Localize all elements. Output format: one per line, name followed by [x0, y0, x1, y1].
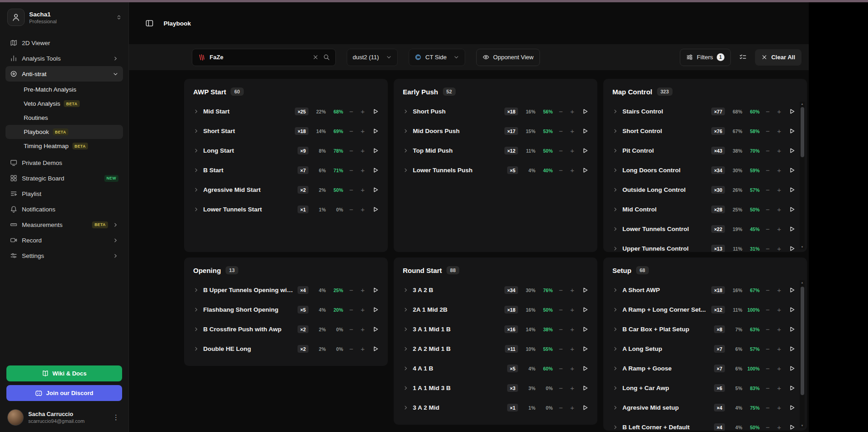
increment-button[interactable]: +	[569, 384, 575, 392]
strategy-row[interactable]: 4 A 1 B×54%60%−+	[403, 359, 588, 378]
expand-chevron-icon[interactable]	[612, 148, 619, 154]
clear-search-icon[interactable]	[313, 54, 318, 60]
play-strategy-button[interactable]	[788, 186, 795, 193]
play-strategy-button[interactable]	[581, 326, 588, 333]
increment-button[interactable]: +	[569, 404, 575, 411]
play-strategy-button[interactable]	[372, 108, 379, 115]
play-strategy-button[interactable]	[581, 345, 588, 352]
strategy-row[interactable]: Outside Long Control×3026%57%−+	[612, 180, 795, 200]
sidebar-item-record[interactable]: Record	[5, 232, 123, 248]
sidebar-item-2d-viewer[interactable]: 2D Viewer	[5, 35, 123, 51]
increment-button[interactable]: +	[360, 345, 366, 353]
decrement-button[interactable]: −	[765, 108, 771, 115]
strategy-row[interactable]: 3 A 1 Mid 1 B×1614%38%−+	[403, 319, 588, 339]
increment-button[interactable]: +	[360, 147, 366, 154]
decrement-button[interactable]: −	[765, 365, 771, 372]
sidebar-item-anti-strat[interactable]: Anti-strat	[5, 66, 123, 82]
strategy-row[interactable]: A Ramp + Goose×76%100%−+	[612, 359, 795, 378]
expand-chevron-icon[interactable]	[612, 365, 619, 371]
sidebar-subitem-routines[interactable]: Routines	[5, 111, 123, 125]
decrement-button[interactable]: −	[765, 404, 771, 411]
decrement-button[interactable]: −	[765, 423, 771, 431]
increment-button[interactable]: +	[776, 365, 782, 372]
decrement-button[interactable]: −	[558, 306, 564, 314]
card-scrollbar[interactable]: ▲▼	[800, 102, 805, 249]
decrement-button[interactable]: −	[558, 147, 564, 154]
decrement-button[interactable]: −	[558, 345, 564, 353]
expand-chevron-icon[interactable]	[403, 287, 409, 293]
scroll-down-arrow-icon[interactable]: ▼	[800, 245, 805, 249]
expand-chevron-icon[interactable]	[193, 187, 200, 193]
expand-chevron-icon[interactable]	[612, 206, 619, 212]
expand-chevron-icon[interactable]	[403, 108, 409, 114]
strategy-row[interactable]: Short Control×7667%58%−+	[612, 121, 795, 141]
decrement-button[interactable]: −	[765, 345, 771, 353]
sidebar-subitem-pre-match-analysis[interactable]: Pre-Match Analysis	[5, 82, 123, 97]
decrement-button[interactable]: −	[558, 365, 564, 372]
play-strategy-button[interactable]	[788, 108, 795, 115]
play-strategy-button[interactable]	[788, 326, 795, 333]
decrement-button[interactable]: −	[348, 206, 354, 213]
strategy-row[interactable]: Stairs Control×7768%60%−+	[612, 102, 795, 121]
play-strategy-button[interactable]	[788, 385, 795, 391]
strategy-row[interactable]: Double HE Long×22%0%−+	[193, 339, 379, 359]
increment-button[interactable]: +	[776, 206, 782, 213]
strategy-row[interactable]: Long Start×98%78%−+	[193, 141, 379, 160]
sidebar-item-measurements[interactable]: MeasurementsBETA	[5, 217, 123, 232]
strategy-row[interactable]: Short Push×1816%56%−+	[403, 102, 588, 121]
decrement-button[interactable]: −	[348, 306, 354, 314]
strategy-row[interactable]: Mid Control×2825%50%−+	[612, 200, 795, 219]
decrement-button[interactable]: −	[765, 186, 771, 194]
increment-button[interactable]: +	[360, 325, 366, 333]
strategy-row[interactable]: Lower Tunnels Push×54%40%−+	[403, 160, 588, 180]
strategy-row[interactable]: Mid Start×2522%68%−+	[193, 102, 379, 121]
increment-button[interactable]: +	[569, 345, 575, 353]
play-strategy-button[interactable]	[788, 226, 795, 232]
scroll-up-arrow-icon[interactable]: ▲	[800, 280, 805, 285]
strategy-row[interactable]: B Car Box + Plat Setup×87%63%−+	[612, 319, 795, 339]
play-strategy-button[interactable]	[788, 345, 795, 352]
expand-chevron-icon[interactable]	[612, 385, 619, 391]
play-strategy-button[interactable]	[372, 128, 379, 134]
play-strategy-button[interactable]	[581, 108, 588, 115]
expand-chevron-icon[interactable]	[193, 148, 200, 154]
team-search-input[interactable]: FaZe	[192, 49, 336, 66]
play-strategy-button[interactable]	[581, 128, 588, 134]
expand-chevron-icon[interactable]	[612, 187, 619, 193]
strategy-row[interactable]: Mid Doors Push×1715%53%−+	[403, 121, 588, 141]
strategy-row[interactable]: 3 A 2 Mid×11%0%−+	[403, 398, 588, 417]
play-strategy-button[interactable]	[581, 306, 588, 313]
expand-chevron-icon[interactable]	[612, 346, 619, 352]
decrement-button[interactable]: −	[765, 127, 771, 135]
decrement-button[interactable]: −	[558, 286, 564, 294]
play-strategy-button[interactable]	[372, 287, 379, 293]
strategy-row[interactable]: A Ramp + Long Corner Set...×1211%100%−+	[612, 300, 795, 319]
play-strategy-button[interactable]	[788, 365, 795, 372]
increment-button[interactable]: +	[776, 286, 782, 294]
play-strategy-button[interactable]	[581, 147, 588, 154]
play-strategy-button[interactable]	[581, 167, 588, 174]
play-strategy-button[interactable]	[372, 306, 379, 313]
increment-button[interactable]: +	[569, 108, 575, 115]
strategy-row[interactable]: Upper Tunnels Control×1311%31%−+	[612, 239, 795, 252]
expand-chevron-icon[interactable]	[193, 346, 200, 352]
expand-chevron-icon[interactable]	[403, 148, 409, 154]
expand-chevron-icon[interactable]	[193, 206, 200, 212]
side-select[interactable]: CT Side	[409, 49, 466, 66]
play-strategy-button[interactable]	[788, 287, 795, 293]
play-strategy-button[interactable]	[372, 147, 379, 154]
decrement-button[interactable]: −	[765, 166, 771, 174]
decrement-button[interactable]: −	[558, 108, 564, 115]
filters-button[interactable]: Filters 1	[680, 49, 730, 66]
decrement-button[interactable]: −	[765, 286, 771, 294]
expand-chevron-icon[interactable]	[403, 326, 409, 332]
expand-chevron-icon[interactable]	[612, 405, 619, 411]
sidebar-subitem-timing-heatmap[interactable]: Timing HeatmapBETA	[5, 139, 123, 153]
checklist-view-button[interactable]	[737, 51, 749, 63]
increment-button[interactable]: +	[776, 108, 782, 115]
play-strategy-button[interactable]	[581, 365, 588, 372]
increment-button[interactable]: +	[360, 127, 366, 135]
strategy-row[interactable]: B Upper Tunnels Opening with ...×44%25%−…	[193, 280, 379, 300]
strategy-row[interactable]: Short Start×1814%69%−+	[193, 121, 379, 141]
clear-all-button[interactable]: Clear All	[755, 49, 801, 66]
